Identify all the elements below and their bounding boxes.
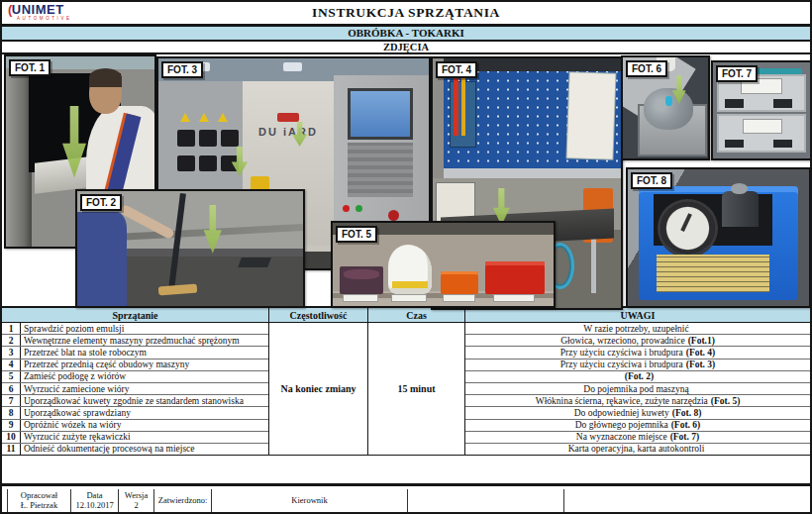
remark-fot-ref: (Fot.1) — [688, 336, 715, 346]
red-tool — [454, 76, 458, 136]
frequency-merged-cell: Na koniec zmiany — [269, 323, 368, 455]
orange-bin — [441, 271, 478, 295]
remark-text: Do pojemnika pod maszyną — [583, 384, 688, 394]
photo-fot-5: FOT. 5 — [331, 221, 556, 308]
date-cell: Data 12.10.2017 — [71, 489, 119, 512]
remark-text: Głowica, wrzeciono, prowadnice — [560, 336, 685, 346]
vent-square — [177, 130, 195, 147]
gauge-cylinder — [722, 191, 759, 227]
warning-triangle-icon — [199, 113, 209, 122]
approval-table: Opracował Ł. Pietrzak Data 12.10.2017 We… — [7, 489, 564, 512]
photo-label: FOT. 1 — [9, 59, 51, 76]
remark-row: Do odpowiedniej kuwety(Fot. 8) — [465, 407, 810, 419]
remark-row: Głowica, wrzeciono, prowadnice(Fot.1) — [465, 335, 810, 347]
vent-square — [199, 155, 217, 172]
photo-fot-7: FOT. 7 — [711, 60, 812, 160]
remark-row: Na wyznaczone miejsce(Fot. 7) — [465, 432, 810, 444]
table-row: 7Uporządkować kuwety zgodnie ze standard… — [2, 395, 268, 407]
prepared-by-value: Ł. Pietrzak — [10, 500, 68, 510]
row-number: 8 — [2, 407, 21, 418]
table-row: 8Uporządkować sprawdziany — [2, 407, 268, 419]
photos-heading: ZDJĘCIA — [2, 42, 810, 54]
remark-row: Karta operacyjna, karta autokontroli — [465, 444, 810, 455]
label-tag — [444, 295, 474, 301]
photo-label: FOT. 8 — [631, 172, 672, 189]
fork-slot — [773, 140, 793, 149]
row-number: 11 — [2, 444, 21, 455]
remark-text: Przy użyciu czyściwa i brudpura — [560, 348, 683, 358]
red-bin — [485, 261, 545, 295]
crate-label-card — [657, 255, 768, 293]
date-label: Data — [73, 491, 116, 500]
task-text: Wyrzucić zamiecione wióry — [21, 383, 268, 394]
remark-text: Na wyznaczone miejsce — [576, 432, 667, 442]
yellow-tool — [461, 76, 466, 136]
table-leg — [591, 238, 597, 292]
task-column: 1Sprawdzić poziom emulsji 2Wewnętrzne el… — [2, 323, 269, 455]
column-header-time: Czas — [368, 308, 465, 322]
worker-hair — [89, 68, 122, 87]
remark-fot-ref: (Fot. 7) — [670, 432, 700, 442]
row-number: 6 — [2, 383, 21, 394]
document-title: INSTRUKCJA SPRZĄTANIA — [2, 2, 810, 23]
remark-fot-ref: (Fot. 2) — [625, 371, 655, 381]
task-text: Wyrzucić zużyte rękawiczki — [21, 432, 268, 443]
row-number: 10 — [2, 432, 21, 443]
vent-square — [177, 155, 195, 172]
row-number: 7 — [2, 395, 21, 406]
container-label — [744, 120, 780, 133]
broom-handle — [168, 193, 186, 289]
table-row: 6Wyrzucić zamiecione wióry — [2, 383, 268, 395]
remarks-column: W razie potrzeby, uzupełnić Głowica, wrz… — [465, 323, 810, 455]
column-header-remarks: UWAGI — [465, 308, 810, 322]
estop-button — [388, 210, 399, 221]
remark-row: Włóknina ścierna, rękawice, zużyte narzę… — [465, 395, 810, 407]
version-label: Wersja — [121, 491, 152, 500]
task-text: Zamieść podłogę z wiórów — [21, 371, 268, 382]
glove-cuff — [392, 281, 428, 288]
row-number: 5 — [2, 371, 21, 382]
logo-subtext: AUTOMOTIVE — [8, 16, 103, 21]
prepared-by-cell: Opracował Ł. Pietrzak — [8, 489, 71, 512]
remark-text: Karta operacyjna, karta autokontroli — [568, 444, 705, 454]
photo-label: FOT. 2 — [80, 194, 122, 211]
task-text: Wewnętrzne elementy maszyny przedmuchać … — [21, 335, 268, 346]
column-header-frequency: Częstotliwość — [269, 308, 368, 322]
dust-pan — [238, 257, 270, 267]
remark-fot-ref: (Fot. 4) — [686, 348, 716, 358]
table-row: 11Odnieść dokumentację procesową na miej… — [2, 444, 268, 455]
approval-footer: Opracował Ł. Pietrzak Data 12.10.2017 We… — [2, 483, 810, 512]
approved-cell: Zatwierdzono: — [154, 489, 212, 512]
keypad — [348, 143, 413, 197]
remark-text: W razie potrzeby, uzupełnić — [583, 324, 688, 334]
blue-glove — [665, 96, 672, 106]
row-number: 2 — [2, 335, 21, 346]
task-text: Uporządkować kuwety zgodnie ze standarde… — [21, 395, 268, 406]
metal-shavings — [644, 88, 693, 131]
task-text: Uporządkować sprawdziany — [21, 407, 268, 418]
warning-triangle-icon — [218, 113, 228, 122]
row-number: 3 — [2, 347, 21, 358]
table-row: 5Zamieść podłogę z wiórów — [2, 371, 268, 383]
gauge-knob — [731, 183, 747, 194]
remark-row: Przy użyciu czyściwa i brudpura(Fot. 4) — [465, 347, 810, 359]
photo-label: FOT. 3 — [161, 61, 203, 78]
photos-area: FOT. 1 DU iARD — [2, 54, 810, 306]
remark-text: Do odpowiedniej kuwety — [574, 408, 669, 418]
remark-text: Do głównego pojemnika — [575, 420, 668, 430]
table-row: 10Wyrzucić zużyte rękawiczki — [2, 432, 268, 444]
remark-row: Przy użyciu czyściwa i brudpura(Fot. 3) — [465, 360, 810, 371]
vent-square — [221, 130, 239, 147]
task-text: Przetrzeć blat na stole roboczym — [21, 347, 268, 358]
remark-row: (Fot. 2) — [465, 371, 810, 383]
instruction-sheet — [566, 72, 615, 158]
photo-label: FOT. 7 — [716, 65, 758, 82]
empty-cell — [408, 489, 564, 512]
remark-fot-ref: (Fot. 5) — [711, 396, 741, 406]
logo-text: UNIMET — [12, 2, 64, 17]
worker-overalls — [75, 212, 127, 306]
table-row: 3Przetrzeć blat na stole roboczym — [2, 347, 268, 359]
pegboard-frame — [444, 168, 621, 178]
photo-fot-2: FOT. 2 — [75, 189, 305, 308]
machine-logo — [277, 113, 299, 121]
